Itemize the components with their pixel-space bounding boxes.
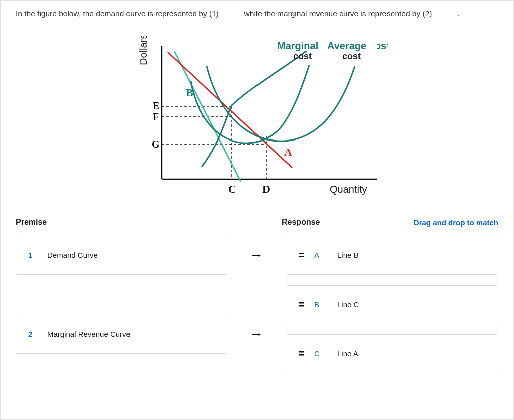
response-letter: A <box>314 251 337 259</box>
response-card-a[interactable]: = A Line B <box>287 236 497 275</box>
response-card-b[interactable]: = B Line C <box>287 285 497 324</box>
premise-card-2: 2 Marginal Revenue Curve <box>16 315 226 354</box>
blank-1 <box>223 9 240 16</box>
question-page: In the figure below, the demand curve is… <box>0 0 514 420</box>
label-mc-word: Marginal <box>277 40 318 51</box>
question-mid: while the marginal revenue curve is repr… <box>244 9 432 18</box>
drag-handle-icon[interactable]: = <box>298 347 314 360</box>
response-label: Line C <box>337 300 359 309</box>
premise-label: Marginal Revenue Curve <box>47 330 131 338</box>
header-response: Response <box>282 218 392 227</box>
xtick-c: C <box>228 183 236 195</box>
premise-label: Demand Curve <box>47 251 98 259</box>
label-a: A <box>284 146 292 158</box>
label-ac-word: Average <box>327 40 366 51</box>
ylabel: Dollars <box>138 36 149 65</box>
match-headers: Premise Response Drag and drop to match <box>16 218 498 227</box>
xlabel: Quantity <box>330 184 367 195</box>
response-letter: C <box>314 349 337 358</box>
ytick-g: G <box>152 138 160 150</box>
response-letter: B <box>314 300 337 309</box>
arrow-icon: → <box>226 247 287 263</box>
premise-num: 2 <box>28 330 47 338</box>
premise-num: 1 <box>28 251 47 259</box>
chart-wrap: Dollars E F G C D Quantity <box>16 36 498 207</box>
curve-marginal-cost <box>191 65 309 143</box>
blank-2 <box>436 9 453 16</box>
label-b: B <box>186 86 193 99</box>
question-text: In the figure below, the demand curve is… <box>16 8 498 20</box>
match-row-1: 1 Demand Curve → = A Line B <box>16 236 498 275</box>
xtick-d: D <box>262 183 270 195</box>
response-label: Line B <box>337 251 359 259</box>
response-card-c[interactable]: = C Line A <box>287 334 497 373</box>
question-suffix: . <box>457 9 459 18</box>
drag-handle-icon[interactable]: = <box>298 249 314 262</box>
chart: Dollars E F G C D Quantity <box>126 36 388 207</box>
ytick-f: F <box>153 111 159 122</box>
premise-card-1: 1 Demand Curve <box>16 236 226 275</box>
arrow-icon: → <box>226 326 287 342</box>
match-row-2: 2 Marginal Revenue Curve → = B Line C = … <box>16 285 498 383</box>
response-stack: = B Line C = C Line A <box>287 285 497 373</box>
chart-svg: Dollars E F G C D Quantity <box>126 36 388 207</box>
match-rows: 1 Demand Curve → = A Line B 2 Marginal R… <box>16 236 498 383</box>
curve-average-cost <box>207 66 355 141</box>
response-label: Line A <box>337 349 358 358</box>
question-prefix: In the figure below, the demand curve is… <box>16 9 219 18</box>
drag-handle-icon[interactable]: = <box>298 298 314 311</box>
label-ac-sub: cost <box>342 51 361 61</box>
label-mc-sub: cost <box>293 51 312 61</box>
header-premise: Premise <box>16 218 282 227</box>
header-drag-hint: Drag and drop to match <box>414 218 498 227</box>
ytick-e: E <box>153 100 159 111</box>
